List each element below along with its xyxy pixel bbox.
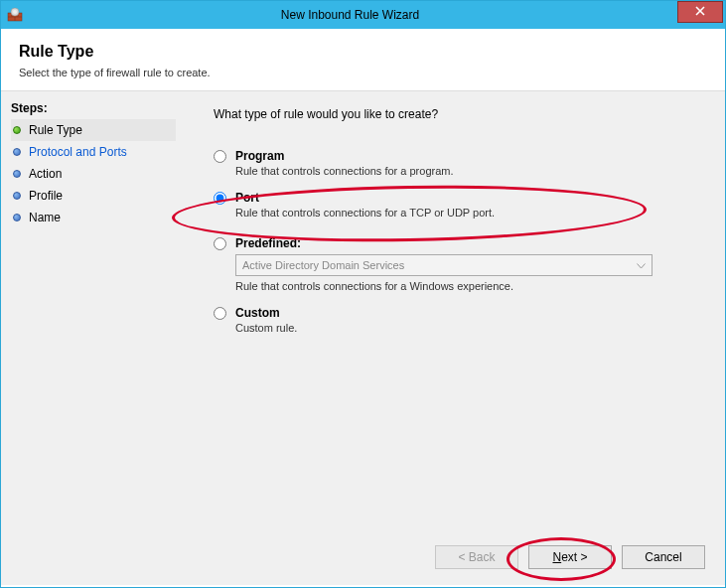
step-profile[interactable]: Profile: [11, 185, 176, 207]
option-predefined-desc: Rule that controls connections for a Win…: [235, 280, 705, 292]
close-button[interactable]: [677, 1, 723, 23]
wizard-buttons: < Back Next > Cancel: [435, 545, 705, 569]
window-title: New Inbound Rule Wizard: [23, 8, 677, 22]
option-program: Program Rule that controls connections f…: [214, 149, 705, 177]
cancel-button-label: Cancel: [645, 550, 681, 564]
page-title: Rule Type: [19, 43, 707, 61]
bullet-icon: [13, 170, 21, 178]
next-button-label: Next >: [552, 550, 587, 564]
step-action[interactable]: Action: [11, 163, 176, 185]
page-subtitle: Select the type of firewall rule to crea…: [19, 67, 707, 78]
option-program-label: Program: [235, 149, 705, 163]
svg-point-6: [13, 10, 17, 14]
step-label: Profile: [29, 189, 63, 203]
bullet-icon: [13, 192, 21, 200]
option-predefined: Predefined: Active Directory Domain Serv…: [214, 236, 705, 292]
option-port: Port Rule that controls connections for …: [214, 191, 705, 219]
step-label: Rule Type: [29, 123, 82, 137]
bullet-icon: [13, 126, 21, 134]
next-button[interactable]: Next >: [528, 545, 612, 569]
steps-sidebar: Steps: Rule Type Protocol and Ports Acti…: [1, 91, 186, 585]
step-protocol-and-ports[interactable]: Protocol and Ports: [11, 141, 176, 163]
wizard-window: New Inbound Rule Wizard Rule Type Select…: [0, 0, 726, 588]
option-port-label: Port: [235, 191, 705, 205]
option-custom-desc: Custom rule.: [235, 322, 705, 334]
step-label: Name: [29, 211, 61, 224]
rule-type-question: What type of rule would you like to crea…: [214, 107, 705, 121]
option-port-desc: Rule that controls connections for a TCP…: [235, 207, 705, 219]
firewall-icon: [7, 7, 23, 23]
step-name[interactable]: Name: [11, 207, 176, 228]
titlebar: New Inbound Rule Wizard: [1, 1, 725, 29]
option-custom-label: Custom: [235, 306, 705, 320]
main-panel: What type of rule would you like to crea…: [186, 91, 725, 585]
bullet-icon: [13, 214, 21, 221]
steps-heading: Steps:: [11, 101, 176, 115]
close-icon: [695, 5, 705, 19]
back-button: < Back: [435, 545, 518, 569]
option-custom: Custom Custom rule.: [214, 306, 705, 334]
step-rule-type[interactable]: Rule Type: [11, 119, 176, 141]
wizard-body: Steps: Rule Type Protocol and Ports Acti…: [1, 90, 725, 585]
step-label: Action: [29, 167, 62, 181]
radio-custom[interactable]: [214, 307, 226, 320]
radio-program[interactable]: [214, 150, 226, 163]
wizard-header: Rule Type Select the type of firewall ru…: [1, 29, 725, 90]
option-predefined-label: Predefined:: [235, 236, 705, 250]
step-label: Protocol and Ports: [29, 145, 127, 159]
back-button-label: < Back: [458, 550, 495, 564]
predefined-select[interactable]: Active Directory Domain Services: [235, 254, 653, 276]
cancel-button[interactable]: Cancel: [622, 545, 705, 569]
bullet-icon: [13, 148, 21, 156]
option-program-desc: Rule that controls connections for a pro…: [235, 165, 705, 177]
radio-predefined[interactable]: [214, 237, 226, 250]
radio-port[interactable]: [214, 192, 226, 205]
chevron-down-icon: [637, 260, 646, 271]
predefined-select-value: Active Directory Domain Services: [242, 259, 404, 271]
